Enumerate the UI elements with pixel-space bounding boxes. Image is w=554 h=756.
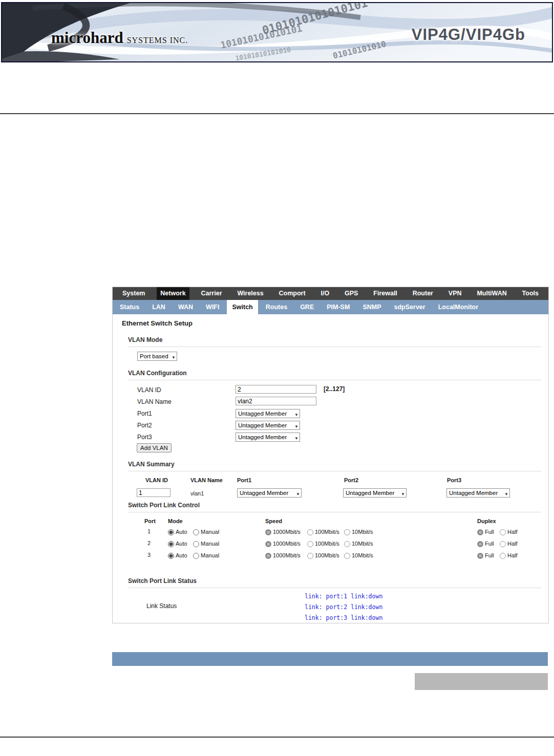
tab-gre[interactable]: GRE (295, 300, 319, 314)
vlan-summary-heading: VLAN Summary (128, 461, 175, 468)
device-web-ui: System Network Carrier Wireless Comport … (112, 287, 549, 623)
duplex-half-label: Half (507, 529, 518, 535)
add-vlan-button[interactable]: Add VLAN (137, 443, 172, 452)
mode-auto-radio[interactable] (168, 553, 174, 559)
tab-sdpserver[interactable]: sdpServer (389, 300, 431, 314)
nav-firewall[interactable]: Firewall (370, 287, 401, 300)
link-control-row: 1 Auto Manual 1000Mbit/s 100Mbit/s 10Mbi… (113, 528, 548, 537)
tab-wan[interactable]: WAN (173, 300, 198, 314)
link-control-row: 3 Auto Manual 1000Mbit/s 100Mbit/s 10Mbi… (113, 552, 548, 560)
summary-vlan-id-input[interactable] (137, 488, 171, 497)
summary-port3-select[interactable]: Untagged Member ▼ (446, 488, 510, 498)
speed-10-radio[interactable] (344, 541, 350, 547)
tab-localmonitor[interactable]: LocalMonitor (433, 300, 483, 314)
speed-100-label: 100Mbit/s (315, 529, 339, 535)
duplex-half-label: Half (507, 552, 518, 558)
speed-1000-label: 1000Mbit/s (273, 541, 301, 547)
chevron-down-icon: ▼ (504, 490, 508, 499)
duplex-full-radio[interactable] (477, 541, 483, 547)
speed-100-label: 100Mbit/s (315, 552, 339, 558)
summary-col-vlan-name: VLAN Name (190, 477, 223, 483)
header-banner: 101010101010101 0101010101010101 1010101… (1, 2, 553, 62)
summary-col-port1: Port1 (237, 477, 251, 483)
nav-system[interactable]: System (119, 287, 148, 300)
speed-100-radio[interactable] (307, 529, 313, 535)
chevron-down-icon: ▼ (294, 435, 299, 443)
nav-wireless[interactable]: Wireless (233, 287, 267, 300)
nav-gps[interactable]: GPS (341, 287, 361, 300)
section-rule (128, 347, 541, 347)
duplex-half-radio[interactable] (500, 553, 506, 559)
speed-1000-radio[interactable] (265, 541, 271, 547)
secondary-nav: Status LAN WAN WIFI Switch Routes GRE PI… (113, 300, 548, 314)
tab-routes[interactable]: Routes (261, 300, 292, 314)
link-status-line: link: port:1 link:down (305, 593, 382, 600)
mode-manual-radio[interactable] (193, 529, 199, 535)
mode-manual-label: Manual (201, 552, 219, 558)
section-rule (128, 471, 541, 471)
vlan-mode-select[interactable]: Port based ▼ (137, 352, 177, 361)
summary-port1-select[interactable]: Untagged Member ▼ (237, 488, 302, 498)
mode-auto-label: Auto (176, 552, 187, 558)
speed-1000-radio[interactable] (265, 529, 271, 535)
tab-snmp[interactable]: SNMP (357, 300, 386, 314)
mode-auto-label: Auto (176, 541, 187, 547)
tab-status[interactable]: Status (115, 300, 144, 314)
duplex-half-radio[interactable] (500, 529, 506, 535)
nav-carrier[interactable]: Carrier (198, 287, 226, 300)
summary-col-port2: Port2 (344, 477, 358, 483)
tab-pim-sm[interactable]: PIM-SM (322, 300, 355, 314)
duplex-full-radio[interactable] (477, 553, 483, 559)
port2-select-value: Untagged Member (238, 422, 287, 428)
port2-select[interactable]: Untagged Member ▼ (236, 421, 300, 430)
chevron-down-icon: ▼ (401, 490, 405, 499)
summary-port3-select-value: Untagged Member (449, 490, 498, 496)
vlan-id-hint: [2..127] (324, 385, 345, 393)
nav-comport[interactable]: Comport (275, 287, 309, 300)
port1-select[interactable]: Untagged Member ▼ (236, 409, 300, 418)
primary-nav: System Network Carrier Wireless Comport … (113, 287, 548, 300)
link-control-heading: Switch Port Link Control (128, 502, 200, 509)
nav-io[interactable]: I/O (317, 287, 333, 300)
duplex-full-label: Full (485, 552, 494, 558)
summary-col-vlan-id: VLAN ID (145, 477, 168, 483)
vlan-id-input[interactable] (236, 385, 316, 394)
summary-vlan-name: vlan1 (190, 490, 204, 496)
tab-switch[interactable]: Switch (227, 300, 258, 314)
summary-port2-select[interactable]: Untagged Member ▼ (343, 488, 407, 498)
speed-10-radio[interactable] (344, 529, 350, 535)
duplex-full-radio[interactable] (477, 529, 483, 535)
tab-wifi[interactable]: WIFI (201, 300, 224, 314)
speed-10-radio[interactable] (344, 553, 350, 559)
nav-router[interactable]: Router (409, 287, 437, 300)
port2-label: Port2 (137, 422, 152, 429)
nav-network[interactable]: Network (157, 287, 189, 300)
speed-100-radio[interactable] (307, 553, 313, 559)
port3-select[interactable]: Untagged Member ▼ (236, 433, 300, 442)
nav-tools[interactable]: Tools (519, 287, 542, 300)
vlan-id-label: VLAN ID (137, 386, 161, 394)
speed-100-radio[interactable] (307, 541, 313, 547)
duplex-half-radio[interactable] (500, 541, 506, 547)
logo-sub-text: SYSTEMS INC. (127, 36, 188, 45)
control-col-port: Port (144, 518, 156, 524)
tab-lan[interactable]: LAN (147, 300, 171, 314)
speed-10-label: 10Mbit/s (352, 541, 373, 547)
mode-manual-radio[interactable] (193, 541, 199, 547)
vlan-name-input[interactable] (236, 397, 316, 405)
mode-manual-radio[interactable] (193, 553, 199, 559)
speed-10-label: 10Mbit/s (352, 529, 373, 535)
logo-main-text: microhard (51, 29, 123, 47)
mode-auto-radio[interactable] (168, 541, 174, 547)
mode-manual-label: Manual (201, 529, 219, 535)
section-divider-top (0, 113, 554, 114)
nav-multiwan[interactable]: MultiWAN (473, 287, 510, 300)
duplex-full-label: Full (485, 529, 494, 535)
speed-1000-radio[interactable] (265, 553, 271, 559)
chevron-down-icon: ▼ (172, 354, 176, 362)
link-status-label: Link Status (146, 602, 177, 610)
nav-vpn[interactable]: VPN (445, 287, 465, 300)
mode-auto-radio[interactable] (168, 529, 174, 535)
port1-label: Port1 (137, 410, 152, 417)
section-rule (128, 380, 541, 380)
